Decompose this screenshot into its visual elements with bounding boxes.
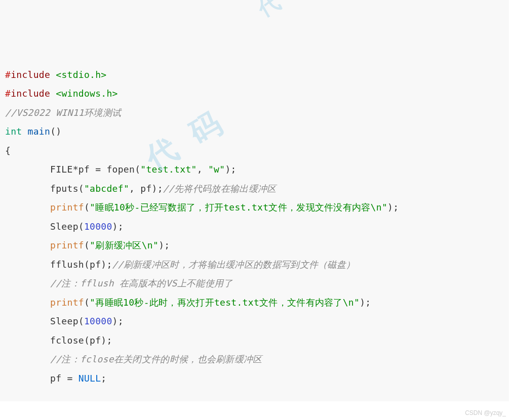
code-line: { bbox=[5, 141, 504, 160]
watermark-decoration: 代 bbox=[255, 0, 286, 19]
code-line: pf = NULL; bbox=[5, 369, 504, 388]
code-line: #include <stdio.h> bbox=[5, 65, 504, 85]
code-line: //注：fflush 在高版本的VS上不能使用了 bbox=[5, 274, 504, 293]
code-line: printf("睡眠10秒-已经写数据了，打开test.txt文件，发现文件没有… bbox=[5, 198, 504, 217]
code-line: //注：fclose在关闭文件的时候，也会刷新缓冲区 bbox=[5, 350, 504, 369]
code-line bbox=[5, 388, 504, 401]
code-line: fclose(pf); bbox=[5, 331, 504, 350]
code-line: int main() bbox=[5, 122, 504, 141]
code-line: //VS2022 WIN11环境测试 bbox=[5, 103, 504, 122]
code-line: fflush(pf);//刷新缓冲区时，才将输出缓冲区的数据写到文件（磁盘） bbox=[5, 255, 504, 274]
attribution-text: CSDN @yzqy_ bbox=[2, 401, 509, 420]
code-line: Sleep(10000); bbox=[5, 312, 504, 331]
code-block: 代 代码 #include <stdio.h>#include <windows… bbox=[0, 0, 509, 401]
code-line: fputs("abcdef", pf);//先将代码放在输出缓冲区 bbox=[5, 179, 504, 198]
code-line: Sleep(10000); bbox=[5, 217, 504, 236]
code-line: FILE*pf = fopen("test.txt", "w"); bbox=[5, 160, 504, 179]
code-line: #include <windows.h> bbox=[5, 84, 504, 103]
code-line: printf("再睡眠10秒-此时，再次打开test.txt文件，文件有内容了\… bbox=[5, 293, 504, 312]
code-line: printf("刷新缓冲区\n"); bbox=[5, 236, 504, 255]
